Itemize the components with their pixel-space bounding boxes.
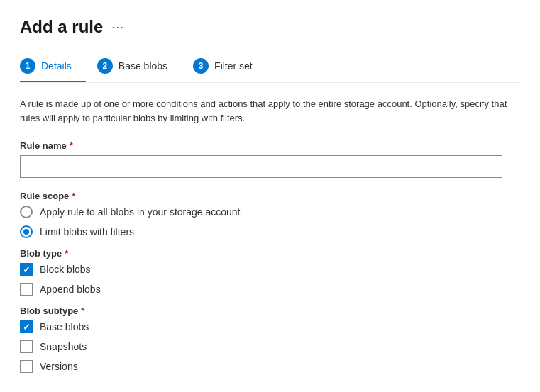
tab-base-blobs-label: Base blobs [119, 60, 167, 72]
checkbox-base-blobs-label: Base blobs [40, 321, 89, 332]
more-options-icon[interactable]: ··· [111, 20, 124, 35]
rule-scope-section: Rule scope* Apply rule to all blobs in y… [20, 191, 520, 238]
required-star-scope: * [72, 191, 75, 201]
blob-subtype-label: Blob subtype* [20, 306, 520, 316]
rule-scope-label: Rule scope* [20, 191, 520, 201]
radio-all-blobs-label: Apply rule to all blobs in your storage … [40, 206, 241, 218]
checkbox-block-blobs[interactable]: Block blobs [20, 263, 520, 276]
checkbox-versions[interactable]: Versions [20, 360, 520, 373]
tab-filter-set[interactable]: 3 Filter set [193, 51, 267, 82]
tab-details[interactable]: 1 Details [20, 51, 86, 82]
tab-base-blobs-number: 2 [97, 58, 113, 74]
tab-details-number: 1 [20, 58, 35, 74]
checkbox-versions-label: Versions [40, 361, 78, 372]
rule-name-label: Rule name* [20, 140, 520, 151]
checkbox-base-blobs[interactable]: Base blobs [20, 320, 520, 333]
tab-filter-set-label: Filter set [214, 60, 253, 72]
checkbox-block-blobs-label: Block blobs [40, 264, 91, 275]
radio-limit-blobs[interactable]: Limit blobs with filters [20, 225, 520, 238]
checkbox-base-blobs-indicator [20, 320, 33, 333]
checkbox-block-blobs-indicator [20, 263, 33, 276]
blob-type-checkbox-group: Block blobs Append blobs [20, 263, 520, 296]
required-star-blobsubtype: * [81, 306, 84, 316]
rule-name-input[interactable] [20, 155, 502, 178]
checkbox-append-blobs[interactable]: Append blobs [20, 283, 520, 296]
radio-all-blobs[interactable]: Apply rule to all blobs in your storage … [20, 206, 520, 218]
blob-type-label: Blob type* [20, 248, 520, 259]
tab-bar: 1 Details 2 Base blobs 3 Filter set [20, 51, 520, 83]
tab-filter-set-number: 3 [193, 58, 209, 74]
required-star: * [70, 140, 73, 151]
checkbox-versions-indicator [20, 360, 33, 373]
tab-base-blobs[interactable]: 2 Base blobs [97, 51, 182, 82]
radio-limit-blobs-indicator [20, 225, 33, 238]
page-description: A rule is made up of one or more conditi… [20, 97, 517, 125]
checkbox-snapshots-label: Snapshots [40, 341, 87, 352]
tab-details-label: Details [41, 60, 72, 72]
checkbox-append-blobs-label: Append blobs [40, 284, 101, 295]
blob-subtype-checkbox-group: Base blobs Snapshots Versions [20, 320, 520, 373]
radio-all-blobs-indicator [20, 206, 33, 218]
blob-subtype-section: Blob subtype* Base blobs Snapshots Versi… [20, 306, 520, 373]
rule-name-section: Rule name* [20, 140, 520, 178]
checkbox-snapshots-indicator [20, 340, 33, 353]
radio-limit-blobs-label: Limit blobs with filters [40, 226, 134, 237]
page-header: Add a rule ··· [20, 17, 520, 37]
checkbox-snapshots[interactable]: Snapshots [20, 340, 520, 353]
checkbox-append-blobs-indicator [20, 283, 33, 296]
blob-type-section: Blob type* Block blobs Append blobs [20, 248, 520, 296]
rule-scope-radio-group: Apply rule to all blobs in your storage … [20, 206, 520, 238]
required-star-blobtype: * [65, 248, 68, 259]
page-title: Add a rule [20, 17, 103, 37]
